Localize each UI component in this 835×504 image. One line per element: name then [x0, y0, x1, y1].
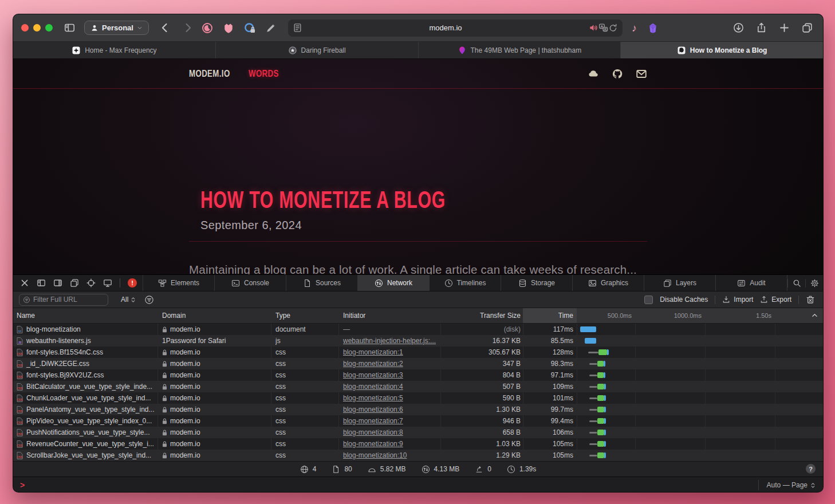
network-request-row[interactable]: CSSPipVideo_vue_vue_type_style_index_0..… — [13, 415, 823, 427]
pen-extension-icon[interactable] — [265, 22, 277, 34]
request-name-cell[interactable]: <>blog-monetization — [17, 324, 155, 335]
export-button[interactable]: Export — [760, 296, 791, 304]
inspector-tab-network[interactable]: Network — [358, 275, 430, 291]
dark-mode-extension-icon[interactable] — [202, 22, 213, 34]
clear-network-items-button[interactable] — [806, 295, 815, 304]
waterfall-bar-green[interactable] — [597, 361, 604, 367]
initiator-link[interactable]: blog-monetization:10 — [343, 451, 407, 459]
network-request-row[interactable]: JSwebauthn-listeners.js1Password for Saf… — [13, 335, 823, 346]
column-header-name[interactable]: Name — [17, 308, 154, 323]
initiator-link[interactable]: blog-monetization:4 — [343, 383, 403, 391]
inspector-tab-storage[interactable]: Storage — [501, 275, 573, 291]
request-name-cell[interactable]: CSSfont-styles.Bf15S4nC.css — [17, 346, 155, 358]
translate-icon[interactable] — [598, 23, 608, 33]
browser-tab[interactable]: The 49MB Web Page | thatshubham — [419, 42, 621, 58]
disable-caches-checkbox[interactable] — [644, 296, 653, 304]
close-inspector-button[interactable] — [20, 278, 29, 288]
auto-page-select[interactable]: Auto — Page — [758, 480, 816, 490]
request-name-cell[interactable]: CSSPushNotifications_vue_vue_type_style.… — [17, 427, 155, 438]
tab-overview-button[interactable] — [802, 22, 813, 33]
dock-left-icon[interactable] — [37, 278, 46, 288]
column-header-size[interactable]: Transfer Size — [440, 308, 521, 323]
inspector-tab-elements[interactable]: Elements — [143, 275, 215, 291]
waterfall-bar-green[interactable] — [597, 407, 604, 412]
network-request-row[interactable]: CSSfont-styles.Bj9XV2UZ.cssmodem.iocssbl… — [13, 369, 823, 381]
sidebar-toggle-icon[interactable] — [64, 22, 75, 33]
inspector-tab-layers[interactable]: Layers — [644, 275, 716, 291]
waterfall-bar-green[interactable] — [597, 395, 604, 401]
initiator-link[interactable]: blog-monetization:9 — [343, 440, 403, 448]
new-tab-button[interactable] — [779, 22, 790, 33]
column-header-initiator[interactable]: Initiator — [343, 308, 439, 323]
initiator-link[interactable]: blog-monetization:7 — [343, 417, 403, 425]
network-request-row[interactable]: CSSBitCalculator_vue_vue_type_style_inde… — [13, 381, 823, 392]
request-name-cell[interactable]: CSSRevenueCounter_vue_vue_type_style_i..… — [17, 438, 155, 450]
sort-direction-icon[interactable] — [811, 312, 818, 319]
waterfall-bar-green[interactable] — [597, 441, 604, 447]
github-icon[interactable] — [612, 68, 623, 80]
network-request-row[interactable]: CSSPushNotifications_vue_vue_type_style.… — [13, 427, 823, 438]
browser-tab[interactable]: Daring Fireball — [216, 42, 419, 58]
inspector-settings-button[interactable] — [805, 279, 823, 288]
mail-icon[interactable] — [636, 68, 647, 80]
console-prompt[interactable]: > — [20, 481, 25, 490]
initiator-link[interactable]: blog-monetization:5 — [343, 394, 403, 402]
waterfall-bar-green[interactable] — [597, 384, 604, 389]
column-header-domain[interactable]: Domain — [162, 308, 269, 323]
waterfall-bar-green[interactable] — [598, 349, 607, 355]
site-logo[interactable]: MODEM.IO — [189, 68, 230, 80]
inspector-tab-timelines[interactable]: Timelines — [430, 275, 501, 291]
inspector-tab-graphics[interactable]: Graphics — [573, 275, 644, 291]
crystal-extension-icon[interactable] — [647, 22, 659, 34]
close-window-button[interactable] — [21, 24, 29, 32]
inspector-search-button[interactable] — [787, 279, 805, 288]
waterfall-bar-green[interactable] — [597, 418, 604, 424]
inspector-tab-sources[interactable]: Sources — [286, 275, 358, 291]
responsive-mode-icon[interactable] — [103, 278, 112, 288]
share-button[interactable] — [756, 22, 767, 33]
reload-icon[interactable] — [608, 23, 618, 33]
content-blocker-extension-icon[interactable] — [223, 22, 234, 34]
waterfall-bar-blue[interactable] — [585, 338, 596, 344]
dock-right-icon[interactable] — [53, 278, 62, 288]
request-name-cell[interactable]: CSSBitCalculator_vue_vue_type_style_inde… — [17, 381, 155, 392]
request-name-cell[interactable]: CSSPipVideo_vue_vue_type_style_index_0..… — [17, 415, 155, 427]
issues-badge[interactable]: ! — [128, 278, 137, 288]
waterfall-bar-green[interactable] — [597, 430, 604, 435]
request-name-cell[interactable]: JSwebauthn-listeners.js — [17, 335, 155, 346]
back-button[interactable] — [159, 22, 170, 33]
audio-playing-icon[interactable] — [589, 23, 598, 33]
network-request-row[interactable]: CSSRevenueCounter_vue_vue_type_style_i..… — [13, 438, 823, 450]
help-button[interactable]: ? — [806, 464, 816, 474]
filter-options-button[interactable] — [144, 295, 154, 305]
request-name-cell[interactable]: CSSPanelAnatomy_vue_vue_type_style_ind..… — [17, 404, 155, 415]
resource-type-select[interactable]: All — [121, 296, 136, 304]
profile-button[interactable]: Personal — [84, 21, 149, 35]
network-request-row[interactable]: CSSfont-styles.Bf15S4nC.cssmodem.iocssbl… — [13, 346, 823, 358]
request-name-cell[interactable]: CSSfont-styles.Bj9XV2UZ.css — [17, 369, 155, 381]
initiator-link[interactable]: blog-monetization:1 — [343, 348, 403, 356]
request-name-cell[interactable]: CSS_id_.DiWK2EGE.css — [17, 358, 155, 369]
password-manager-extension-icon[interactable] — [244, 22, 255, 34]
network-request-row[interactable]: CSS_id_.DiWK2EGE.cssmodem.iocssblog-mone… — [13, 358, 823, 369]
music-extension-icon[interactable]: ♪ — [632, 23, 637, 33]
request-name-cell[interactable]: CSSChunkLoader_vue_vue_type_style_ind... — [17, 392, 155, 404]
column-header-time[interactable]: Time — [525, 308, 573, 323]
network-request-row[interactable]: CSSPanelAnatomy_vue_vue_type_style_ind..… — [13, 404, 823, 415]
network-request-row[interactable]: CSSChunkLoader_vue_vue_type_style_ind...… — [13, 392, 823, 404]
browser-tab[interactable]: How to Monetize a Blog — [621, 42, 823, 58]
import-button[interactable]: Import — [722, 296, 753, 304]
browser-tab[interactable]: Home - Max Frequency — [13, 42, 216, 58]
soundcloud-icon[interactable] — [588, 68, 599, 80]
initiator-link[interactable]: blog-monetization:6 — [343, 405, 403, 414]
waterfall-bar-green[interactable] — [597, 372, 604, 378]
url-text[interactable]: modem.io — [302, 23, 589, 32]
initiator-link[interactable]: blog-monetization:2 — [343, 360, 403, 368]
filter-input[interactable]: Filter Full URL — [19, 294, 108, 306]
initiator-link[interactable]: blog-monetization:3 — [343, 371, 403, 379]
inspector-tab-console[interactable]: Console — [215, 275, 286, 291]
column-header-type[interactable]: Type — [275, 308, 336, 323]
detach-inspector-icon[interactable] — [70, 278, 79, 288]
initiator-link[interactable]: webauthn-injection-helper.js:... — [343, 337, 436, 345]
network-request-row[interactable]: CSSScrollbarJoke_vue_vue_type_style_ind.… — [13, 450, 823, 461]
